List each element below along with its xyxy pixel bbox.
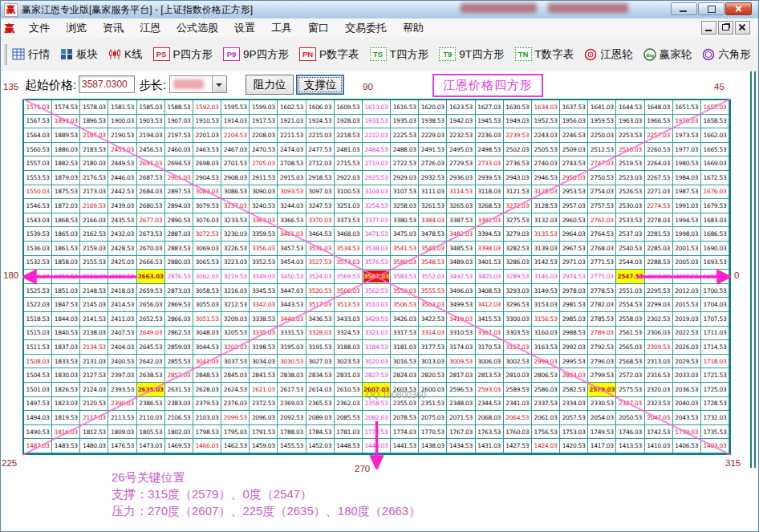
grid-cell[interactable]: 1714.53 <box>701 340 729 355</box>
grid-cell[interactable]: 2782.03 <box>588 298 616 312</box>
grid-cell[interactable]: 3128.53 <box>532 199 560 213</box>
grid-cell[interactable]: 2680.53 <box>137 199 165 213</box>
grid-cell[interactable]: 2043.53 <box>673 411 701 425</box>
grid-cell[interactable]: 2425.03 <box>108 256 136 270</box>
grid-cell[interactable]: 2320.03 <box>645 383 673 397</box>
grid-cell[interactable]: 2047.03 <box>645 411 673 425</box>
grid-cell[interactable]: 2946.53 <box>532 171 560 185</box>
grid-cell[interactable]: 3009.53 <box>447 355 475 369</box>
grid-cell[interactable]: 3097.03 <box>306 185 335 200</box>
grid-cell[interactable]: 1837.03 <box>52 340 80 355</box>
grid-cell[interactable]: 1623.53 <box>447 100 475 115</box>
grid-cell[interactable]: 2642.03 <box>137 355 165 369</box>
grid-cell[interactable]: 2631.53 <box>165 383 193 397</box>
grid-cell[interactable]: 2190.53 <box>108 128 136 143</box>
grid-cell[interactable]: 2050.53 <box>616 411 644 425</box>
grid-cell[interactable]: 1567.53 <box>24 115 52 129</box>
grid-cell[interactable]: 2393.53 <box>108 383 136 397</box>
grid-cell[interactable]: 2862.53 <box>165 327 193 341</box>
grid-cell[interactable]: 3216.03 <box>221 284 250 298</box>
grid-cell[interactable]: 3272.03 <box>504 199 532 213</box>
grid-cell[interactable]: 3069.03 <box>193 242 221 256</box>
maximize-button[interactable] <box>698 2 724 15</box>
grid-cell[interactable]: 2089.03 <box>306 411 335 425</box>
grid-cell[interactable]: 2838.03 <box>278 368 306 383</box>
grid-cell[interactable]: 1970.03 <box>673 115 701 129</box>
grid-cell[interactable]: 3209.03 <box>221 312 250 327</box>
grid-cell[interactable]: 2985.03 <box>560 312 588 327</box>
grid-cell[interactable]: 2687.53 <box>137 171 165 185</box>
grid-cell[interactable]: 1459.03 <box>250 439 278 453</box>
grid-cell[interactable]: 1812.53 <box>80 425 108 440</box>
grid-cell[interactable]: 1655.03 <box>701 100 729 115</box>
grid-cell[interactable]: 2971.03 <box>560 256 588 270</box>
grid-cell[interactable]: 2918.53 <box>306 171 335 185</box>
grid-cell[interactable]: 1469.53 <box>165 439 193 453</box>
grid-cell[interactable]: 3013.03 <box>419 355 447 369</box>
grid-cell[interactable]: 2593.03 <box>476 383 504 397</box>
grid-cell[interactable]: 1686.53 <box>701 227 729 242</box>
grid-cell[interactable]: 2509.03 <box>560 143 588 157</box>
grid-cell[interactable]: 2778.53 <box>588 284 616 298</box>
grid-cell[interactable]: 2467.03 <box>221 143 250 157</box>
grid-cell[interactable]: 2530.03 <box>616 199 644 213</box>
menu-item[interactable]: 工具 <box>263 19 300 37</box>
grid-cell[interactable]: 3286.03 <box>504 256 532 270</box>
grid-cell[interactable]: 3352.53 <box>250 256 278 270</box>
grid-cell[interactable]: 3331.53 <box>278 327 306 341</box>
grid-cell[interactable]: 1445.03 <box>363 439 391 453</box>
grid-cell[interactable]: 2673.53 <box>137 227 165 242</box>
grid-cell[interactable]: 1739.03 <box>673 425 701 440</box>
grid-cell[interactable]: 1767.03 <box>447 425 475 440</box>
grid-cell[interactable]: 1931.53 <box>363 115 391 129</box>
grid-cell[interactable]: 3506.53 <box>391 298 419 312</box>
grid-cell[interactable]: 3051.53 <box>193 312 221 327</box>
grid-cell[interactable]: 2799.53 <box>588 368 616 383</box>
grid-cell[interactable]: 3321.03 <box>363 327 391 341</box>
grid-cell[interactable]: 1735.53 <box>701 425 729 440</box>
grid-cell[interactable]: 1564.03 <box>24 128 52 143</box>
grid-cell[interactable]: 2939.53 <box>476 171 504 185</box>
grid-cell[interactable]: 2789.03 <box>588 327 616 341</box>
grid-cell[interactable]: 1728.53 <box>701 397 729 412</box>
mdi-close-button[interactable] <box>735 21 750 35</box>
grid-cell[interactable]: 2635.03 <box>137 383 165 397</box>
grid-cell[interactable]: 2057.53 <box>560 411 588 425</box>
grid-cell[interactable]: 1539.53 <box>24 227 52 242</box>
grid-cell[interactable]: 2526.53 <box>616 185 644 200</box>
grid-cell[interactable]: 1935.03 <box>391 115 419 129</box>
grid-cell[interactable]: 2348.03 <box>447 397 475 412</box>
grid-cell[interactable]: 2218.53 <box>335 128 363 143</box>
grid-cell[interactable]: 1452.03 <box>306 439 335 453</box>
grid-cell[interactable]: 3356.03 <box>250 242 278 256</box>
grid-cell[interactable]: 1406.53 <box>673 439 701 453</box>
grid-cell[interactable]: 2099.53 <box>221 411 250 425</box>
grid-cell[interactable]: 2544.03 <box>616 256 644 270</box>
grid-cell[interactable]: 2757.53 <box>588 199 616 213</box>
grid-cell[interactable]: 1431.03 <box>476 439 504 453</box>
grid-cell[interactable]: 2250.03 <box>588 128 616 143</box>
grid-cell[interactable]: 2138.03 <box>80 327 108 341</box>
grid-cell[interactable]: 2295.53 <box>645 284 673 298</box>
toolbar-item[interactable]: T99T四方形 <box>439 47 504 62</box>
grid-cell[interactable]: 3475.03 <box>391 227 419 242</box>
grid-cell[interactable]: 1483.53 <box>52 439 80 453</box>
grid-cell[interactable]: 1847.53 <box>52 298 80 312</box>
grid-cell[interactable]: 3531.03 <box>306 242 335 256</box>
grid-cell[interactable]: 2726.03 <box>419 156 447 171</box>
dropdown-button[interactable] <box>212 76 226 92</box>
grid-cell[interactable]: 2596.53 <box>447 383 475 397</box>
grid-cell[interactable]: 1665.53 <box>701 143 729 157</box>
grid-cell[interactable]: 3541.53 <box>391 242 419 256</box>
grid-cell[interactable]: 2684.03 <box>137 185 165 200</box>
grid-cell[interactable]: 1945.53 <box>476 115 504 129</box>
grid-cell[interactable]: 3233.53 <box>221 213 250 228</box>
grid-cell[interactable]: 2292.03 <box>645 270 673 284</box>
grid-cell[interactable]: 1494.03 <box>24 411 52 425</box>
grid-cell[interactable]: 2246.53 <box>560 128 588 143</box>
grid-cell[interactable]: 2075.03 <box>419 411 447 425</box>
grid-cell[interactable]: 1669.03 <box>701 156 729 171</box>
grid-cell[interactable]: 3174.03 <box>447 340 475 355</box>
grid-cell[interactable]: 3415.53 <box>476 312 504 327</box>
grid-cell[interactable]: 2803.03 <box>560 368 588 383</box>
